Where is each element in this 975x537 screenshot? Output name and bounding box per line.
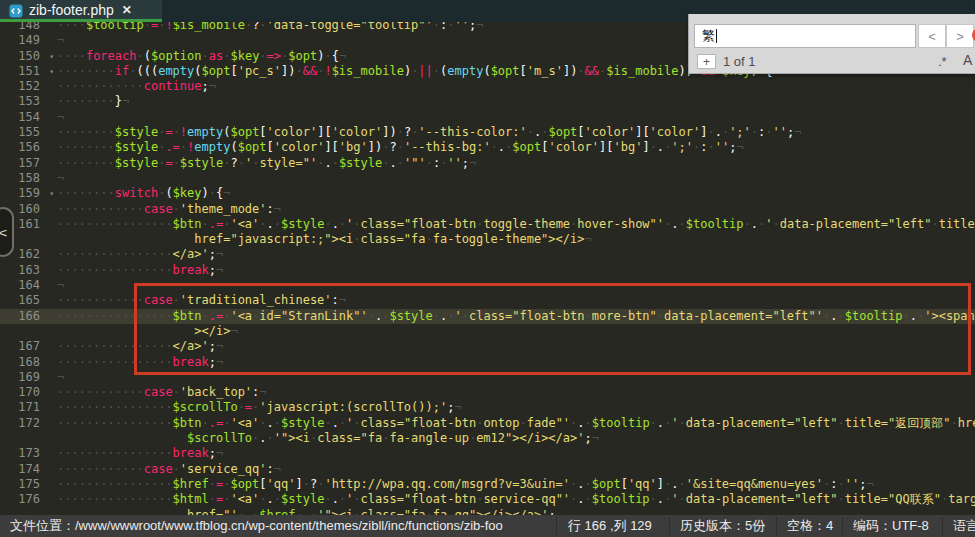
- chevron-right-icon: >: [956, 29, 964, 44]
- line-number[interactable]: 149: [0, 33, 57, 48]
- code-row: 171················$scrollTo·=·'javascri…: [0, 400, 975, 415]
- code-row: 167················</a>';¬: [0, 339, 975, 354]
- line-number[interactable]: 173: [0, 446, 57, 461]
- code-row: 170············case·'back_top':¬: [0, 385, 975, 400]
- line-number[interactable]: 171: [0, 400, 57, 415]
- code-rows: 148····$tooltip·=·!$is_mobile·?·'data-to…: [0, 22, 975, 515]
- tab-zib-footer[interactable]: zib-footer.php ✕: [0, 0, 162, 19]
- line-number[interactable]: 165: [0, 293, 57, 308]
- line-number[interactable]: 166: [0, 309, 57, 324]
- code-row: ></i>¬: [0, 324, 975, 339]
- line-number[interactable]: 176: [0, 492, 57, 507]
- code-row: $scrollTo·.·'"><i·class="fa·fa-angle-up·…: [0, 431, 975, 446]
- find-next-button[interactable]: >: [946, 24, 974, 48]
- code-row: 173················break;¬: [0, 446, 975, 461]
- file-location-label: 文件位置：: [10, 518, 75, 533]
- file-location: 文件位置：/www/wwwroot/www.tfblog.cn/wp-conte…: [10, 515, 550, 537]
- line-number[interactable]: 148: [0, 22, 57, 33]
- code-row: 159▾········switch·($key)·{¬: [0, 186, 975, 201]
- statusbar-divider: [942, 517, 943, 535]
- line-number[interactable]: 158: [0, 171, 57, 186]
- line-number[interactable]: 175: [0, 477, 57, 492]
- code-editor[interactable]: 148····$tooltip·=·!$is_mobile·?·'data-to…: [0, 22, 975, 515]
- line-number[interactable]: 150▾: [0, 49, 57, 64]
- text-caret: [716, 29, 717, 43]
- line-number[interactable]: 170: [0, 385, 57, 400]
- code-row: 158¬: [0, 171, 975, 186]
- line-number[interactable]: 157: [0, 156, 57, 171]
- code-row: 172················$btn·.=·'<a'·.·$style…: [0, 416, 975, 431]
- search-input[interactable]: 繁: [694, 24, 916, 48]
- line-number[interactable]: 174: [0, 462, 57, 477]
- code-row: 176················$html·=·'<a'·.·$style…: [0, 492, 975, 507]
- statusbar-divider: [669, 517, 670, 535]
- code-row: 175················$href·=·$opt['qq']·?·…: [0, 477, 975, 492]
- line-number[interactable]: 167: [0, 339, 57, 354]
- statusbar-divider: [842, 517, 843, 535]
- indent-spaces[interactable]: 空格：4: [787, 515, 833, 537]
- history-versions[interactable]: 历史版本：5份: [680, 515, 765, 537]
- code-row: 174············case·'service_qq':¬: [0, 462, 975, 477]
- fold-arrow-icon[interactable]: ▾: [49, 64, 54, 79]
- line-number[interactable]: 159▾: [0, 186, 57, 201]
- status-bar: 文件位置：/www/wwwroot/www.tfblog.cn/wp-conte…: [0, 515, 975, 537]
- chevron-left-icon: <: [928, 29, 936, 44]
- code-row: 152············continue;¬: [0, 79, 975, 94]
- match-counter: 1 of 1: [723, 54, 756, 69]
- code-row: 166················$btn·.=·'<a·id="Stran…: [0, 309, 975, 324]
- search-panel: 繁 < > + 1 of 1 .* A: [688, 14, 975, 74]
- close-icon[interactable]: ✕: [122, 3, 132, 17]
- code-row: href="javascript:;"><i·class="fa·fa-togg…: [0, 232, 975, 247]
- code-row: 154¬: [0, 110, 975, 125]
- language-label[interactable]: 语言: [953, 515, 975, 537]
- code-row: 162················</a>';¬: [0, 247, 975, 262]
- code-row: 160············case·'theme_mode':¬: [0, 202, 975, 217]
- line-number[interactable]: 156: [0, 140, 57, 155]
- code-row: 163················break;¬: [0, 263, 975, 278]
- line-number[interactable]: 153: [0, 94, 57, 109]
- sidebar-collapse-handle[interactable]: <: [0, 207, 14, 257]
- active-tab-underline: [0, 19, 162, 22]
- fold-arrow-icon[interactable]: ▾: [49, 49, 54, 64]
- line-number[interactable]: 168: [0, 355, 57, 370]
- code-row: 156········$style·.=·!empty($opt['color'…: [0, 140, 975, 155]
- code-row: 153········}¬: [0, 94, 975, 109]
- line-number[interactable]: 151▾: [0, 64, 57, 79]
- tab-title: zib-footer.php: [29, 2, 114, 18]
- search-query: 繁: [702, 27, 715, 45]
- case-sensitive-toggle-button[interactable]: A: [963, 52, 972, 68]
- code-row: 168················break;¬: [0, 355, 975, 370]
- bt-panel-file-editor: { "colors": { "editor_bg": "#272822", "t…: [0, 0, 975, 537]
- statusbar-divider: [776, 517, 777, 535]
- fold-arrow-icon[interactable]: ▾: [49, 186, 54, 201]
- code-row: 157········$style·=·$style·?·'·style="'·…: [0, 156, 975, 171]
- line-number[interactable]: 164: [0, 278, 57, 293]
- cursor-position: 行 166 ,列 129: [568, 515, 652, 537]
- statusbar-divider: [556, 517, 557, 535]
- regex-toggle-button[interactable]: .*: [938, 54, 947, 69]
- code-row: 165············case·'traditional_chinese…: [0, 293, 975, 308]
- file-encoding[interactable]: 编码：UTF-8: [853, 515, 929, 537]
- php-file-icon: [9, 3, 23, 17]
- line-number[interactable]: 152: [0, 79, 57, 94]
- code-row: 155········$style·=·!empty($opt['color']…: [0, 125, 975, 140]
- find-previous-button[interactable]: <: [918, 24, 946, 48]
- code-row: href="'·.·$href·.·'"><i·class="fa·fa-qq"…: [0, 508, 975, 516]
- line-number[interactable]: 155: [0, 125, 57, 140]
- line-number[interactable]: 169: [0, 370, 57, 385]
- line-number[interactable]: 163: [0, 263, 57, 278]
- code-row: 161················$btn·.=·'<a'·.·$style…: [0, 217, 975, 232]
- plus-icon: +: [703, 55, 710, 69]
- code-row: 169¬: [0, 370, 975, 385]
- chevron-left-icon: <: [0, 225, 8, 240]
- file-path: /www/wwwroot/www.tfblog.cn/wp-content/th…: [75, 518, 503, 533]
- code-row: 164¬: [0, 278, 975, 293]
- line-number[interactable]: 154: [0, 110, 57, 125]
- toggle-replace-button[interactable]: +: [697, 54, 716, 69]
- line-number[interactable]: 172: [0, 416, 57, 431]
